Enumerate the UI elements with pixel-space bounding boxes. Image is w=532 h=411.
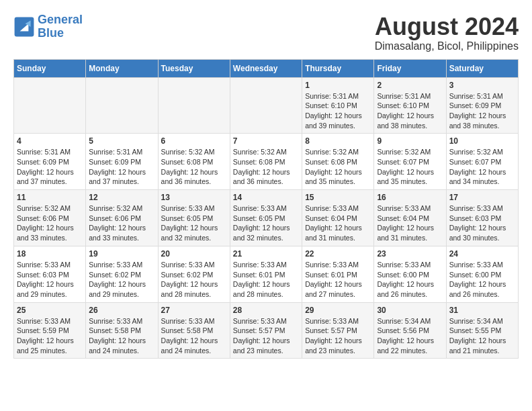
day-cell: 30Sunrise: 5:34 AM Sunset: 5:56 PM Dayli… xyxy=(374,302,446,359)
day-number: 20 xyxy=(161,249,227,259)
day-cell: 25Sunrise: 5:33 AM Sunset: 5:59 PM Dayli… xyxy=(14,302,86,359)
day-info: Sunrise: 5:33 AM Sunset: 6:02 PM Dayligh… xyxy=(161,260,227,300)
day-cell xyxy=(158,77,230,134)
day-info: Sunrise: 5:32 AM Sunset: 6:08 PM Dayligh… xyxy=(233,147,299,187)
header-day-saturday: Saturday xyxy=(446,59,518,77)
day-number: 11 xyxy=(17,193,83,202)
day-cell: 27Sunrise: 5:33 AM Sunset: 5:58 PM Dayli… xyxy=(158,302,230,359)
day-number: 25 xyxy=(17,306,83,315)
day-cell: 28Sunrise: 5:33 AM Sunset: 5:57 PM Dayli… xyxy=(230,302,302,359)
day-info: Sunrise: 5:33 AM Sunset: 5:59 PM Dayligh… xyxy=(17,316,83,356)
day-number: 23 xyxy=(377,249,443,259)
day-cell: 26Sunrise: 5:33 AM Sunset: 5:58 PM Dayli… xyxy=(86,302,158,359)
day-cell xyxy=(14,77,86,134)
day-info: Sunrise: 5:32 AM Sunset: 6:08 PM Dayligh… xyxy=(161,147,227,187)
day-info: Sunrise: 5:31 AM Sunset: 6:09 PM Dayligh… xyxy=(449,91,515,131)
day-cell: 3Sunrise: 5:31 AM Sunset: 6:09 PM Daylig… xyxy=(446,77,518,134)
day-info: Sunrise: 5:33 AM Sunset: 6:02 PM Dayligh… xyxy=(89,260,154,300)
header-day-sunday: Sunday xyxy=(14,59,86,77)
day-cell: 12Sunrise: 5:32 AM Sunset: 6:06 PM Dayli… xyxy=(86,190,158,246)
day-info: Sunrise: 5:33 AM Sunset: 6:03 PM Dayligh… xyxy=(449,203,515,243)
week-row-3: 11Sunrise: 5:32 AM Sunset: 6:06 PM Dayli… xyxy=(14,190,519,246)
day-cell: 13Sunrise: 5:33 AM Sunset: 6:05 PM Dayli… xyxy=(158,190,230,246)
day-number: 8 xyxy=(305,136,371,146)
day-number: 17 xyxy=(449,193,515,202)
day-cell: 29Sunrise: 5:33 AM Sunset: 5:57 PM Dayli… xyxy=(302,302,374,359)
day-info: Sunrise: 5:33 AM Sunset: 6:05 PM Dayligh… xyxy=(161,203,227,243)
day-cell: 18Sunrise: 5:33 AM Sunset: 6:03 PM Dayli… xyxy=(14,246,86,302)
day-info: Sunrise: 5:33 AM Sunset: 6:01 PM Dayligh… xyxy=(305,260,371,300)
day-cell: 2Sunrise: 5:31 AM Sunset: 6:10 PM Daylig… xyxy=(374,77,446,134)
day-cell: 7Sunrise: 5:32 AM Sunset: 6:08 PM Daylig… xyxy=(230,134,302,190)
day-number: 18 xyxy=(17,249,83,259)
day-cell: 14Sunrise: 5:33 AM Sunset: 6:05 PM Dayli… xyxy=(230,190,302,246)
header-row: SundayMondayTuesdayWednesdayThursdayFrid… xyxy=(14,59,519,77)
day-number: 4 xyxy=(17,136,83,146)
day-number: 3 xyxy=(449,81,515,90)
title-block: August 2024 Dimasalang, Bicol, Philippin… xyxy=(375,13,519,52)
day-info: Sunrise: 5:33 AM Sunset: 5:57 PM Dayligh… xyxy=(233,316,299,356)
day-cell: 22Sunrise: 5:33 AM Sunset: 6:01 PM Dayli… xyxy=(302,246,374,302)
day-cell: 15Sunrise: 5:33 AM Sunset: 6:04 PM Dayli… xyxy=(302,190,374,246)
day-cell: 24Sunrise: 5:33 AM Sunset: 6:00 PM Dayli… xyxy=(446,246,518,302)
day-number: 7 xyxy=(233,136,299,146)
header-day-tuesday: Tuesday xyxy=(158,59,230,77)
week-row-2: 4Sunrise: 5:31 AM Sunset: 6:09 PM Daylig… xyxy=(14,134,519,190)
day-number: 6 xyxy=(161,136,227,146)
header-day-friday: Friday xyxy=(374,59,446,77)
week-row-5: 25Sunrise: 5:33 AM Sunset: 5:59 PM Dayli… xyxy=(14,302,519,359)
day-cell: 6Sunrise: 5:32 AM Sunset: 6:08 PM Daylig… xyxy=(158,134,230,190)
day-number: 21 xyxy=(233,249,299,259)
day-number: 31 xyxy=(449,306,515,315)
day-cell: 31Sunrise: 5:34 AM Sunset: 5:55 PM Dayli… xyxy=(446,302,518,359)
day-cell xyxy=(230,77,302,134)
header-day-thursday: Thursday xyxy=(302,59,374,77)
day-info: Sunrise: 5:33 AM Sunset: 5:58 PM Dayligh… xyxy=(89,316,154,356)
page-header: General Blue August 2024 Dimasalang, Bic… xyxy=(13,13,519,52)
day-info: Sunrise: 5:33 AM Sunset: 6:00 PM Dayligh… xyxy=(449,260,515,300)
day-info: Sunrise: 5:32 AM Sunset: 6:08 PM Dayligh… xyxy=(305,147,371,187)
day-number: 1 xyxy=(305,81,371,90)
logo: General Blue xyxy=(13,13,83,40)
day-number: 13 xyxy=(161,193,227,202)
page-title: August 2024 xyxy=(375,13,519,40)
day-info: Sunrise: 5:33 AM Sunset: 6:01 PM Dayligh… xyxy=(233,260,299,300)
day-info: Sunrise: 5:32 AM Sunset: 6:06 PM Dayligh… xyxy=(17,203,83,243)
day-cell: 8Sunrise: 5:32 AM Sunset: 6:08 PM Daylig… xyxy=(302,134,374,190)
day-number: 26 xyxy=(89,306,154,315)
day-number: 14 xyxy=(233,193,299,202)
day-cell: 9Sunrise: 5:32 AM Sunset: 6:07 PM Daylig… xyxy=(374,134,446,190)
day-info: Sunrise: 5:32 AM Sunset: 6:07 PM Dayligh… xyxy=(377,147,443,187)
day-cell: 17Sunrise: 5:33 AM Sunset: 6:03 PM Dayli… xyxy=(446,190,518,246)
day-number: 15 xyxy=(305,193,371,202)
day-info: Sunrise: 5:34 AM Sunset: 5:56 PM Dayligh… xyxy=(377,316,443,356)
day-info: Sunrise: 5:32 AM Sunset: 6:07 PM Dayligh… xyxy=(449,147,515,187)
day-number: 10 xyxy=(449,136,515,146)
day-info: Sunrise: 5:33 AM Sunset: 6:05 PM Dayligh… xyxy=(233,203,299,243)
day-cell: 19Sunrise: 5:33 AM Sunset: 6:02 PM Dayli… xyxy=(86,246,158,302)
week-row-1: 1Sunrise: 5:31 AM Sunset: 6:10 PM Daylig… xyxy=(14,77,519,134)
day-number: 28 xyxy=(233,306,299,315)
day-info: Sunrise: 5:31 AM Sunset: 6:10 PM Dayligh… xyxy=(377,91,443,131)
day-number: 16 xyxy=(377,193,443,202)
day-cell: 11Sunrise: 5:32 AM Sunset: 6:06 PM Dayli… xyxy=(14,190,86,246)
day-info: Sunrise: 5:33 AM Sunset: 6:04 PM Dayligh… xyxy=(305,203,371,243)
day-info: Sunrise: 5:33 AM Sunset: 5:57 PM Dayligh… xyxy=(305,316,371,356)
day-cell: 20Sunrise: 5:33 AM Sunset: 6:02 PM Dayli… xyxy=(158,246,230,302)
day-number: 22 xyxy=(305,249,371,259)
day-number: 24 xyxy=(449,249,515,259)
day-info: Sunrise: 5:31 AM Sunset: 6:10 PM Dayligh… xyxy=(305,91,371,131)
day-number: 2 xyxy=(377,81,443,90)
day-number: 30 xyxy=(377,306,443,315)
day-info: Sunrise: 5:32 AM Sunset: 6:06 PM Dayligh… xyxy=(89,203,154,243)
day-cell: 5Sunrise: 5:31 AM Sunset: 6:09 PM Daylig… xyxy=(86,134,158,190)
day-info: Sunrise: 5:34 AM Sunset: 5:55 PM Dayligh… xyxy=(449,316,515,356)
day-cell: 16Sunrise: 5:33 AM Sunset: 6:04 PM Dayli… xyxy=(374,190,446,246)
logo-icon xyxy=(13,16,35,38)
day-info: Sunrise: 5:33 AM Sunset: 6:03 PM Dayligh… xyxy=(17,260,83,300)
header-day-monday: Monday xyxy=(86,59,158,77)
day-number: 19 xyxy=(89,249,154,259)
day-cell: 4Sunrise: 5:31 AM Sunset: 6:09 PM Daylig… xyxy=(14,134,86,190)
day-number: 5 xyxy=(89,136,154,146)
logo-text: General Blue xyxy=(38,13,83,40)
